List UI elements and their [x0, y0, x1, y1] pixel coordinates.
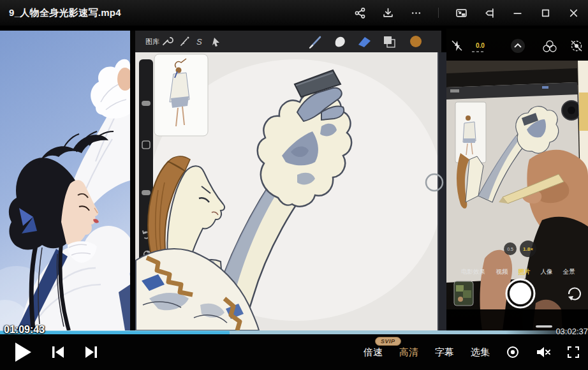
svg-text:0.5: 0.5 [507, 247, 513, 251]
svip-badge: SVIP [375, 337, 401, 346]
procreate-screen-pane: 图库 S [130, 31, 446, 330]
maximize-icon[interactable] [540, 7, 551, 18]
camera-options-chevron [511, 39, 525, 53]
mode-pano: 全景 [563, 268, 576, 275]
share-icon[interactable] [354, 7, 365, 18]
mute-icon[interactable] [536, 346, 551, 359]
procreate-illustration: 图库 S [130, 31, 446, 330]
titlebar-buttons [354, 7, 579, 18]
mode-portrait: 人像 [541, 268, 553, 275]
picture-in-picture-icon[interactable] [455, 7, 467, 18]
titlebar: 9_人物全身光影速写.mp4 [0, 0, 588, 26]
episodes-button[interactable]: 选集 [471, 346, 490, 359]
mode-cinematic: 电影效果 [461, 268, 485, 275]
svg-text:1.8×: 1.8× [523, 246, 533, 252]
detach-panel-icon[interactable] [483, 7, 495, 18]
exposure-value: 0.0 [476, 42, 485, 49]
more-icon[interactable] [410, 7, 422, 18]
opacity-slider [142, 190, 151, 195]
titlebar-separator [438, 8, 439, 18]
color-swatch [410, 36, 422, 47]
video-surface[interactable]: 图库 S [0, 26, 588, 334]
home-indicator [536, 325, 552, 328]
speed-button[interactable]: 倍速 [364, 346, 383, 357]
minimize-icon[interactable] [511, 7, 523, 18]
close-icon[interactable] [568, 7, 579, 18]
subtitles-button[interactable]: 字幕 [435, 346, 454, 359]
player-window: 9_人物全身光影速写.mp4 [0, 0, 588, 370]
selection-tool-icon: S [196, 37, 202, 47]
reference-photo-illustration [0, 31, 130, 330]
play-button[interactable] [14, 342, 32, 362]
fullscreen-icon[interactable] [568, 346, 579, 358]
control-bar: 倍速 SVIP 高清 字幕 选集 [0, 334, 588, 370]
previous-button[interactable] [51, 345, 65, 359]
mode-video: 视频 [496, 268, 509, 275]
mode-photo-selected: 照片 [518, 268, 531, 276]
gallery-thumbnail [454, 281, 473, 306]
download-icon[interactable] [382, 7, 393, 18]
phone-camera-pane: 0.0 0.5 [446, 29, 588, 330]
brush-size-slider [142, 101, 151, 106]
next-button[interactable] [84, 345, 98, 359]
phone-camera-illustration: 0.0 0.5 [446, 29, 588, 330]
gallery-button: 图库 [145, 38, 159, 45]
reference-photo-pane [0, 31, 130, 330]
quality-button[interactable]: 高清 [399, 346, 418, 359]
zoom-tele-button: 1.8× [520, 241, 536, 257]
reference-card [154, 54, 208, 136]
record-target-icon[interactable] [506, 346, 519, 359]
procreate-toolbar: 图库 S [135, 31, 441, 52]
video-title: 9_人物全身光影速写.mp4 [9, 7, 121, 19]
zoom-wide-button: 0.5 [504, 242, 517, 255]
